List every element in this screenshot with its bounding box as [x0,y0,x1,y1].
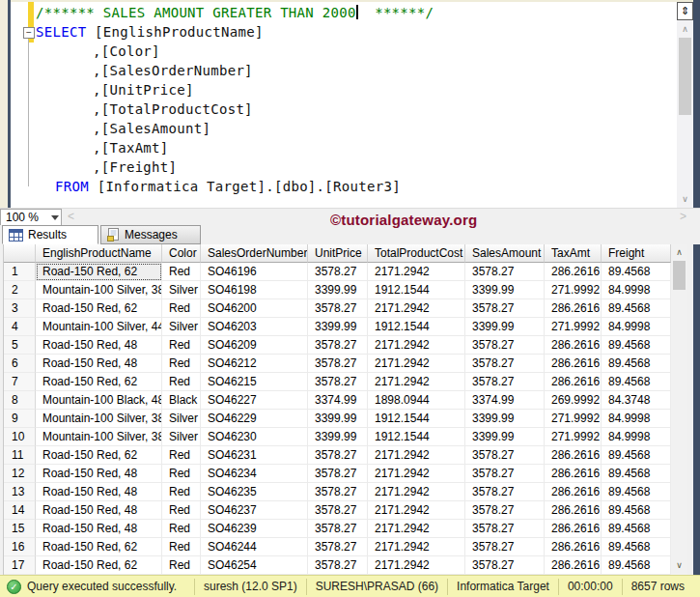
grid-cell[interactable]: Red [162,446,201,465]
scroll-right-icon[interactable]: > [680,210,686,223]
grid-scroll-thumb[interactable] [673,261,686,290]
grid-cell[interactable]: 3578.27 [465,483,545,501]
grid-cell[interactable]: 2171.2942 [368,556,465,575]
grid-cell[interactable]: 271.9992 [545,410,602,428]
grid-cell[interactable]: 3578.27 [308,263,368,281]
grid-cell[interactable]: SO46234 [201,465,308,483]
grid-cell[interactable]: 286.2616 [545,446,602,465]
grid-cell[interactable]: 3578.27 [465,465,545,483]
grid-cell[interactable]: Road-150 Red, 62 [36,263,162,281]
grid-cell[interactable]: 84.9998 [602,410,671,428]
grid-cell[interactable]: 89.4568 [602,556,671,575]
grid-cell[interactable]: 3578.27 [465,538,545,556]
grid-cell[interactable]: 89.4568 [602,263,671,281]
grid-cell[interactable]: 271.9992 [545,318,602,336]
grid-cell[interactable]: Mountain-100 Silver, 44 [36,318,162,336]
editor-vertical-scrollbar[interactable]: ⇕ ∧ ∨ [677,2,693,208]
row-number[interactable]: 9 [4,410,36,428]
grid-cell[interactable]: 271.9992 [545,428,602,446]
grid-cell[interactable]: SO46209 [201,336,308,355]
grid-cell[interactable]: 89.4568 [602,501,671,520]
grid-cell[interactable]: 2171.2942 [368,336,465,355]
grid-cell[interactable]: 3399.99 [465,428,545,446]
grid-cell[interactable]: Red [162,336,201,355]
grid-cell[interactable]: 2171.2942 [368,501,465,520]
zoom-level-dropdown[interactable]: 100 % [0,209,62,226]
grid-cell[interactable]: Red [162,299,201,318]
grid-cell[interactable]: 84.9998 [602,318,671,336]
grid-cell[interactable]: Road-150 Red, 62 [36,538,162,556]
scroll-up-icon[interactable]: ∧ [671,245,687,260]
grid-cell[interactable]: 286.2616 [545,556,602,575]
scroll-down-icon[interactable]: ∨ [671,558,687,573]
row-number[interactable]: 3 [4,299,36,318]
grid-cell[interactable]: Road-150 Red, 48 [36,520,162,538]
grid-cell[interactable]: Road-150 Red, 48 [36,465,162,483]
grid-cell[interactable]: 89.4568 [602,465,671,483]
grid-cell[interactable]: 2171.2942 [368,483,465,501]
grid-cell[interactable]: 3578.27 [465,263,545,281]
column-header-salesordernumber[interactable]: SalesOrderNumber [201,244,308,263]
grid-cell[interactable]: 89.4568 [602,373,671,391]
grid-cell[interactable]: 3578.27 [465,299,545,318]
grid-cell[interactable]: Red [162,373,201,391]
grid-cell[interactable]: 2171.2942 [368,520,465,538]
tab-messages[interactable]: Messages [100,225,201,244]
grid-cell[interactable]: Silver [162,428,201,446]
grid-cell[interactable]: SO46196 [201,263,308,281]
column-header-color[interactable]: Color [162,244,201,263]
grid-cell[interactable]: 2171.2942 [368,538,465,556]
grid-cell[interactable]: 3578.27 [308,465,368,483]
grid-cell[interactable]: 3578.27 [308,299,368,318]
row-number[interactable]: 2 [4,281,36,299]
grid-cell[interactable]: Red [162,263,201,281]
grid-cell[interactable]: 3374.99 [465,391,545,410]
grid-cell[interactable]: 2171.2942 [368,299,465,318]
grid-cell[interactable]: 3399.99 [308,410,368,428]
row-number[interactable]: 13 [4,483,36,501]
scroll-up-icon[interactable]: ∧ [677,22,693,36]
grid-cell[interactable]: Mountain-100 Silver, 38 [36,281,162,299]
row-number[interactable]: 10 [4,428,36,446]
row-number[interactable]: 4 [4,318,36,336]
grid-cell[interactable]: 1912.1544 [368,318,465,336]
grid-cell[interactable]: Silver [162,318,201,336]
grid-cell[interactable]: 84.9998 [602,428,671,446]
grid-cell[interactable]: Red [162,355,201,373]
column-header-freight[interactable]: Freight [602,244,671,263]
grid-cell[interactable]: Red [162,520,201,538]
grid-cell[interactable]: 269.9992 [545,391,602,410]
grid-cell[interactable]: SO46227 [201,391,308,410]
editor-scroll-thumb[interactable] [679,38,691,115]
column-header-salesamount[interactable]: SalesAmount [465,244,545,263]
grid-cell[interactable]: Road-150 Red, 62 [36,556,162,575]
grid-cell[interactable]: 3578.27 [465,556,545,575]
grid-cell[interactable]: 89.4568 [602,538,671,556]
grid-cell[interactable]: Road-150 Red, 62 [36,299,162,318]
grid-cell[interactable]: Road-150 Red, 48 [36,336,162,355]
grid-cell[interactable]: 286.2616 [545,483,602,501]
grid-cell[interactable]: 3578.27 [465,336,545,355]
tab-results[interactable]: Results [2,225,98,244]
column-header-totalproductcost[interactable]: TotalProductCost [368,244,465,263]
grid-cell[interactable]: 3578.27 [308,355,368,373]
grid-cell[interactable]: 3578.27 [308,483,368,501]
grid-cell[interactable]: 3399.99 [308,281,368,299]
grid-cell[interactable]: 3578.27 [308,538,368,556]
grid-cell[interactable]: Red [162,538,201,556]
grid-cell[interactable]: 3578.27 [465,373,545,391]
row-number[interactable]: 15 [4,520,36,538]
grid-cell[interactable]: SO46244 [201,538,308,556]
grid-cell[interactable]: 2171.2942 [368,355,465,373]
grid-cell[interactable]: SO46203 [201,318,308,336]
row-number[interactable]: 16 [4,538,36,556]
grid-cell[interactable]: 286.2616 [545,520,602,538]
column-header-englishproductname[interactable]: EnglishProductName [36,244,162,263]
row-number[interactable]: 14 [4,501,36,520]
grid-cell[interactable]: SO46200 [201,299,308,318]
grid-cell[interactable]: SO46239 [201,520,308,538]
grid-cell[interactable]: Mountain-100 Black, 48 [36,391,162,410]
row-number[interactable]: 1 [4,263,36,281]
grid-cell[interactable]: 3578.27 [308,336,368,355]
results-grid[interactable]: EnglishProductNameColorSalesOrderNumberU… [3,244,671,575]
